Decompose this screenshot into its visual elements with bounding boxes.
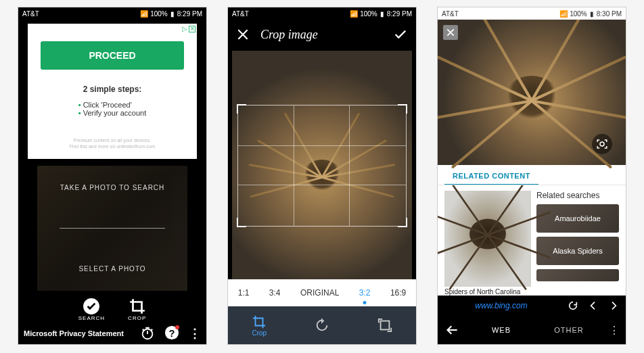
battery-icon: ▮ (170, 10, 175, 18)
result-image (444, 191, 531, 287)
nav-back-icon[interactable] (588, 300, 599, 311)
signal-icons: 📶 (559, 10, 567, 18)
search-label: SEARCH (78, 315, 105, 321)
battery-label: 100% (150, 10, 168, 18)
ad-fineprint: Premium content on all your devices. Fin… (70, 138, 156, 149)
ad-info-icon[interactable]: ▷ (182, 25, 187, 32)
screen-search-app: AT&T 📶 100% ▮ 8:29 PM ▷ ✕ PROCEED 2 simp… (18, 7, 207, 345)
crop-handle-tr[interactable] (398, 104, 407, 114)
battery-icon: ▮ (380, 10, 384, 18)
url-text[interactable]: www.bing.com (444, 301, 558, 310)
svg-point-1 (143, 329, 153, 339)
related-chip-3[interactable] (536, 269, 619, 281)
reload-icon[interactable] (568, 300, 578, 311)
visual-search-hero (438, 20, 626, 165)
arrow-left-icon (446, 323, 459, 337)
signal-icons: 📶 (140, 10, 147, 18)
battery-icon: ▮ (590, 10, 594, 18)
overflow-menu-icon[interactable]: ⋮ (603, 324, 626, 337)
crop-handle-bl[interactable] (237, 218, 246, 227)
lens-icon (596, 138, 608, 150)
battery-label: 100% (570, 10, 587, 18)
crop-tool-label: Crop (252, 329, 267, 337)
status-bar: AT&T 📶 100% ▮ 8:29 PM (18, 7, 206, 20)
tab-other[interactable]: OTHER (535, 326, 603, 334)
result-caption: Spiders of North Carolina (444, 287, 531, 296)
rotate-tool[interactable] (315, 318, 329, 333)
ratio-1-1[interactable]: 1:1 (238, 288, 250, 298)
expand-tool[interactable] (377, 318, 392, 333)
bottom-nav: WEB OTHER ⋮ (438, 316, 626, 344)
crop-rectangle[interactable] (237, 105, 407, 227)
svg-point-5 (600, 142, 604, 146)
crop-handle-br[interactable] (398, 218, 407, 227)
status-bar: AT&T 📶 100% ▮ 8:29 PM (228, 7, 416, 20)
screen-bing-visual: AT&T 📶 100% ▮ 8:30 PM (437, 7, 626, 345)
close-button[interactable] (443, 25, 458, 40)
visual-lens-button[interactable] (592, 134, 612, 154)
crop-action[interactable]: CROP (128, 298, 146, 321)
signal-icons: 📶 (350, 10, 357, 18)
ratio-3-2[interactable]: 3:2 (359, 288, 371, 298)
clock-label: 8:29 PM (177, 10, 202, 18)
crop-header: Crop image (228, 20, 416, 49)
battery-label: 100% (360, 10, 377, 18)
svg-rect-4 (380, 321, 389, 330)
rotate-icon (315, 318, 329, 333)
close-icon[interactable] (236, 28, 250, 41)
carrier-label: AT&T (442, 10, 459, 18)
crop-title: Crop image (260, 28, 318, 42)
clock-label: 8:30 PM (597, 10, 622, 18)
take-photo-button[interactable]: TAKE A PHOTO TO SEARCH (60, 184, 165, 191)
check-circle-icon (83, 298, 100, 315)
crop-label: CROP (128, 315, 146, 321)
ad-banner: ▷ ✕ PROCEED 2 simple steps: Click 'Proce… (28, 24, 197, 159)
confirm-icon[interactable] (393, 27, 408, 42)
expand-icon (377, 318, 392, 333)
aspect-ratio-row: 1:1 3:4 ORIGINAL 3:2 16:9 (228, 279, 416, 306)
carrier-label: AT&T (232, 10, 249, 18)
url-bar: www.bing.com (438, 296, 626, 316)
ad-step-2: Verify your account (78, 109, 146, 117)
screen-crop: AT&T 📶 100% ▮ 8:29 PM Crop image (227, 7, 417, 345)
overflow-menu-icon[interactable]: ⋮ (189, 326, 201, 341)
ad-step-1: Click 'Proceed' (78, 101, 146, 109)
photo-select-area: TAKE A PHOTO TO SEARCH SELECT A PHOTO (37, 166, 187, 291)
status-bar: AT&T 📶 100% ▮ 8:30 PM (438, 7, 626, 20)
select-photo-button[interactable]: SELECT A PHOTO (78, 265, 145, 273)
crop-icon (252, 314, 267, 329)
spider-image (503, 76, 560, 123)
close-icon (446, 28, 455, 37)
help-button[interactable]: ? (164, 325, 179, 342)
svg-text:?: ? (169, 328, 175, 339)
ratio-3-4[interactable]: 3:4 (269, 288, 281, 298)
clock-label: 8:29 PM (387, 10, 412, 18)
carrier-label: AT&T (22, 10, 39, 18)
notification-dot (175, 325, 179, 329)
crop-toolbar: Crop (228, 306, 416, 344)
ad-steps-list: Click 'Proceed' Verify your account (78, 101, 146, 117)
back-button[interactable] (438, 323, 467, 337)
ad-steps-title: 2 simple steps: (83, 85, 142, 94)
ad-close-icon[interactable]: ✕ (189, 26, 196, 32)
ratio-original[interactable]: ORIGINAL (300, 288, 339, 298)
crop-handle-tl[interactable] (237, 104, 246, 114)
privacy-link[interactable]: Microsoft Privacy Statement (24, 329, 124, 337)
tab-web[interactable]: WEB (467, 326, 535, 334)
crop-icon (129, 298, 146, 315)
related-chip-2[interactable]: Alaska Spiders (536, 237, 619, 265)
related-main-result[interactable]: Spiders of North Carolina (444, 191, 531, 296)
crop-canvas[interactable] (232, 51, 412, 279)
related-chip-1[interactable]: Amaurobiidae (536, 204, 619, 233)
crop-tool[interactable]: Crop (252, 314, 267, 337)
timer-icon[interactable] (140, 326, 155, 341)
search-action[interactable]: SEARCH (78, 298, 105, 321)
ratio-16-9[interactable]: 16:9 (390, 288, 406, 298)
proceed-button[interactable]: PROCEED (41, 41, 184, 70)
related-searches-title: Related searches (536, 191, 619, 200)
related-content-header[interactable]: RELATED CONTENT (444, 165, 538, 185)
nav-forward-icon[interactable] (608, 300, 619, 311)
